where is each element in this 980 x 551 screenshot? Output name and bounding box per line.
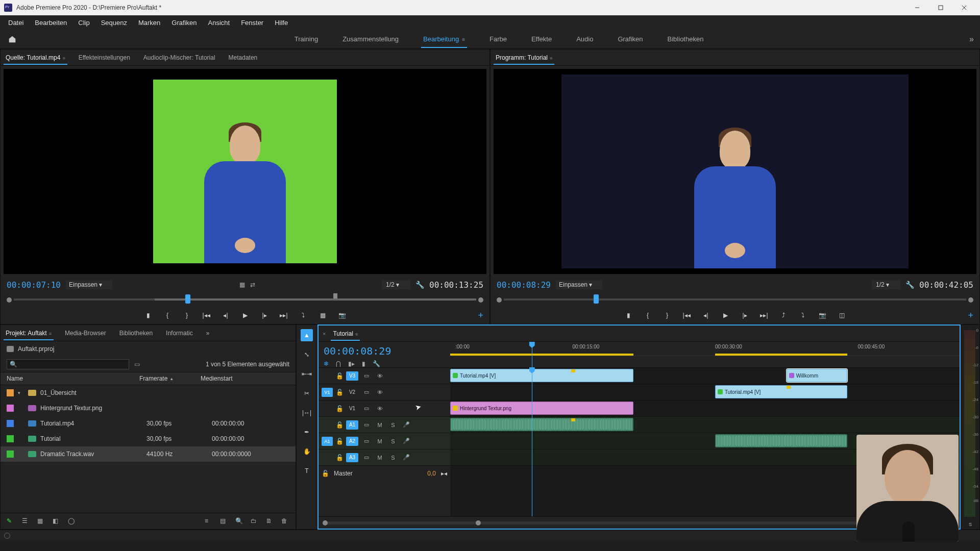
panel-menu-icon[interactable]: ≡	[49, 331, 52, 336]
timeline-marker-icon[interactable]: ▮	[362, 360, 365, 367]
mute-button[interactable]: M	[375, 421, 385, 429]
lock-icon[interactable]: 🔓	[336, 454, 343, 461]
source-tab-effekteinstellungen[interactable]: Effekteinstellungen	[77, 51, 132, 64]
panel-menu-icon[interactable]: ≡	[355, 332, 358, 337]
export-frame-button[interactable]: 📷	[337, 310, 347, 320]
track-header-master[interactable]: 🔓 Master 0,0 ▸◂	[318, 465, 450, 481]
project-item[interactable]: Tutorial 30,00 fps 00:00:00:00	[1, 431, 296, 446]
timeline-timecode[interactable]: 00:00:08:29	[324, 345, 445, 357]
source-comparison-icon[interactable]: ⇄	[250, 281, 255, 288]
go-to-out-button[interactable]: ▸▸|	[279, 310, 289, 320]
program-settings-icon[interactable]: 🔧	[905, 281, 914, 289]
voice-over-icon[interactable]: 🎤	[401, 454, 411, 462]
sync-lock-icon[interactable]: ▭	[361, 372, 372, 380]
program-tab[interactable]: Programm: Tutorial≡	[494, 51, 554, 64]
ripple-edit-tool[interactable]: ⇤⇥	[301, 368, 313, 380]
project-tab-bibliotheken[interactable]: Bibliotheken	[117, 327, 155, 340]
workspace-farbe[interactable]: Farbe	[487, 30, 509, 48]
workspace-effekte[interactable]: Effekte	[529, 30, 554, 48]
extract-button[interactable]: ⤵	[798, 310, 808, 320]
col-framerate[interactable]: Framerate▴	[139, 375, 201, 382]
panel-menu-icon[interactable]: ≡	[550, 56, 552, 61]
lock-icon[interactable]: 🔓	[336, 421, 343, 429]
menu-datei[interactable]: Datei	[3, 17, 29, 29]
workspace-bearbeitung[interactable]: Bearbeitung≡	[421, 30, 467, 48]
lock-icon[interactable]: 🔓	[336, 389, 343, 396]
timeline-clip[interactable]: Hintergrund Textur.png	[450, 402, 633, 415]
step-forward-button[interactable]: |▸	[259, 310, 270, 320]
type-tool[interactable]: T	[301, 465, 313, 477]
program-timecode[interactable]: 00:00:08:29	[497, 280, 551, 290]
project-item[interactable]: Dramatic Track.wav 44100 Hz 00:00:00:000…	[1, 446, 296, 462]
audio-meter-panel[interactable]: 0 -6 -12 -18 -24 -30 -36 -42 -48 -54 dB …	[961, 324, 980, 530]
source-timecode[interactable]: 00:00:07:10	[7, 280, 61, 290]
disclosure-triangle-icon[interactable]: ▾	[18, 390, 24, 395]
step-back-button[interactable]: ◂|	[220, 310, 231, 320]
mark-out-icon[interactable]: }	[182, 310, 192, 320]
timeline-clip[interactable]	[715, 434, 847, 447]
workspace-training[interactable]: Training	[292, 30, 320, 48]
timeline-playhead[interactable]	[532, 342, 532, 367]
icon-view-button[interactable]: ▦	[37, 517, 45, 525]
label-swatch[interactable]	[7, 405, 14, 412]
workspace-bibliotheken[interactable]: Bibliotheken	[666, 30, 706, 48]
track-label[interactable]: A3	[346, 453, 358, 462]
zoom-slider-icon[interactable]: ◯	[68, 517, 76, 525]
solo-button[interactable]: S	[388, 437, 398, 445]
mute-button[interactable]: M	[375, 454, 385, 462]
workspace-grafiken[interactable]: Grafiken	[616, 30, 645, 48]
project-item[interactable]: Hintergrund Textur.png	[1, 400, 296, 416]
source-insert-overwrite-icon[interactable]: ▦	[239, 281, 245, 288]
timeline-clip[interactable]: Willkomm	[787, 369, 848, 382]
project-search-input[interactable]	[7, 359, 129, 369]
step-back-button[interactable]: ◂|	[701, 310, 711, 320]
menu-marken[interactable]: Marken	[133, 17, 165, 29]
source-tab-audioclip-mischer[interactable]: Audioclip-Mischer: Tutorial	[141, 51, 217, 64]
menu-hilfe[interactable]: Hilfe	[270, 17, 293, 29]
label-swatch[interactable]	[7, 435, 14, 442]
mark-in-button[interactable]: {	[643, 310, 653, 320]
list-view-button[interactable]: ☰	[22, 517, 30, 525]
track-header-a1[interactable]: 🔓 A1 ▭ M S 🎤	[318, 416, 450, 433]
workspace-zusammenstellung[interactable]: Zusammenstellung	[340, 30, 401, 48]
workspace-menu-icon[interactable]: ≡	[462, 37, 465, 42]
sort-icon[interactable]: ≡	[205, 517, 213, 525]
solo-button[interactable]: S	[388, 454, 398, 462]
project-tab-projekt[interactable]: Projekt: Auftakt≡	[4, 327, 54, 340]
track-header-a2[interactable]: A1 🔓 A2 ▭ M S 🎤	[318, 433, 450, 449]
hand-tool[interactable]: ✋	[301, 445, 313, 458]
timeline-clip[interactable]	[450, 418, 633, 431]
menu-sequenz[interactable]: Sequenz	[96, 17, 132, 29]
program-fit-dropdown[interactable]: Einpassen ▾	[556, 280, 602, 289]
lock-icon[interactable]: 🔓	[322, 470, 329, 477]
home-button[interactable]	[6, 33, 18, 45]
sync-lock-icon[interactable]: ▭	[361, 437, 372, 445]
overwrite-button[interactable]: ▦	[317, 310, 328, 320]
clip-marker-icon[interactable]	[571, 369, 575, 372]
project-item[interactable]: ▾ 01_Übersicht	[1, 385, 296, 400]
mark-in-icon[interactable]: {	[162, 310, 173, 320]
lock-icon[interactable]: 🔓	[336, 372, 343, 380]
voice-over-icon[interactable]: 🎤	[401, 421, 411, 429]
project-item[interactable]: Tutorial.mp4 30,00 fps 00:00:00:00	[1, 416, 296, 431]
track-label[interactable]: A1	[346, 420, 358, 430]
source-fit-dropdown[interactable]: Einpassen ▾	[66, 280, 112, 289]
menu-grafiken[interactable]: Grafiken	[166, 17, 202, 29]
maximize-button[interactable]	[929, 0, 952, 15]
source-settings-icon[interactable]: 🔧	[415, 281, 424, 289]
track-header-v2[interactable]: V1 🔓 V2 ▭ 👁	[318, 384, 450, 400]
new-bin-button[interactable]: 🗀	[251, 517, 259, 525]
source-resolution-dropdown[interactable]: 1/2 ▾	[382, 280, 410, 289]
sync-lock-icon[interactable]: ▭	[361, 421, 372, 429]
program-monitor[interactable]	[494, 69, 976, 274]
menu-clip[interactable]: Clip	[73, 17, 94, 29]
delete-button[interactable]: 🗑	[281, 517, 289, 525]
selection-tool[interactable]: ▲	[301, 329, 313, 341]
project-tab-info[interactable]: Informatic	[164, 327, 195, 340]
mute-button[interactable]: M	[375, 437, 385, 445]
lift-button[interactable]: ⤴	[778, 310, 789, 320]
timeline-clip[interactable]: Tutorial.mp4 [V]	[450, 369, 633, 382]
go-to-out-button[interactable]: ▸▸|	[759, 310, 769, 320]
automate-to-sequence-icon[interactable]: ▤	[220, 517, 228, 525]
mark-out-button[interactable]: }	[662, 310, 672, 320]
